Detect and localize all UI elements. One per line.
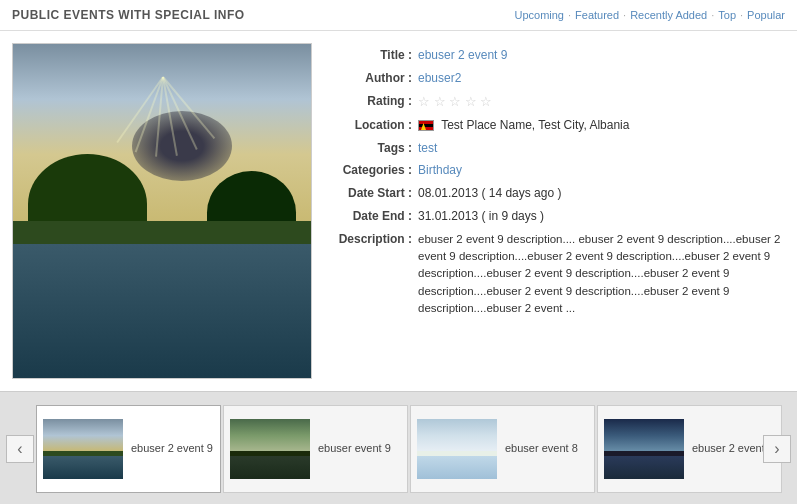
page-header: PUBLIC EVENTS WITH SPECIAL INFO Upcoming…: [0, 0, 797, 31]
date-start-value: 08.01.2013 ( 14 days ago ): [418, 185, 785, 202]
description-label: Description :: [328, 231, 418, 317]
description-row: Description : ebuser 2 event 9 descripti…: [328, 231, 785, 317]
tags-row: Tags : test: [328, 140, 785, 157]
thumb-label-3: ebuser 2 event 8: [692, 441, 774, 456]
event-image: [13, 44, 311, 378]
date-end-value: 31.01.2013 ( in 9 days ): [418, 208, 785, 225]
categories-value: Birthday: [418, 162, 785, 179]
categories-link[interactable]: Birthday: [418, 163, 462, 177]
thumb-label-2: ebuser event 8: [505, 441, 578, 456]
date-end-label: Date End :: [328, 208, 418, 225]
thumb-water-2: [417, 456, 497, 479]
author-row: Author : ebuser2: [328, 70, 785, 87]
thumb-water-1: [230, 456, 310, 479]
title-value: ebuser 2 event 9: [418, 47, 785, 64]
nav-featured[interactable]: Featured: [575, 9, 619, 21]
location-value: Test Place Name, Test City, Albania: [418, 117, 785, 134]
nav-sep-1: ·: [568, 9, 571, 21]
author-link[interactable]: ebuser2: [418, 71, 461, 85]
flag-icon: [418, 120, 434, 131]
nav-upcoming[interactable]: Upcoming: [514, 9, 564, 21]
author-label: Author :: [328, 70, 418, 87]
nav-links: Upcoming · Featured · Recently Added · T…: [514, 9, 785, 21]
thumb-label-1: ebuser event 9: [318, 441, 391, 456]
categories-label: Categories :: [328, 162, 418, 179]
thumb-item-2[interactable]: ebuser event 8: [410, 405, 595, 493]
nav-popular[interactable]: Popular: [747, 9, 785, 21]
thumb-sky-2: [417, 419, 497, 452]
date-start-row: Date Start : 08.01.2013 ( 14 days ago ): [328, 185, 785, 202]
page-title: PUBLIC EVENTS WITH SPECIAL INFO: [12, 8, 245, 22]
nav-top[interactable]: Top: [718, 9, 736, 21]
tags-label: Tags :: [328, 140, 418, 157]
categories-row: Categories : Birthday: [328, 162, 785, 179]
thumb-landscape-2: [417, 419, 497, 479]
location-row: Location : Test Place Name, Test City, A…: [328, 117, 785, 134]
tags-link[interactable]: test: [418, 141, 437, 155]
event-detail-panel: Title : ebuser 2 event 9 Author : ebuser…: [328, 43, 785, 379]
thumb-image-1: [230, 419, 310, 479]
thumb-sky-3: [604, 419, 684, 452]
description-value: ebuser 2 event 9 description.... ebuser …: [418, 231, 785, 317]
location-text: Test Place Name, Test City, Albania: [441, 118, 629, 132]
thumb-item-0[interactable]: ebuser 2 event 9: [36, 405, 221, 493]
thumb-landscape-0: [43, 419, 123, 479]
thumb-label-0: ebuser 2 event 9: [131, 441, 213, 456]
thumb-sky-1: [230, 419, 310, 452]
nav-sep-3: ·: [711, 9, 714, 21]
thumbnail-strip: ‹ ebuser 2 event 9 ebuser event 9: [0, 391, 797, 504]
thumb-sky-0: [43, 419, 123, 452]
tags-value: test: [418, 140, 785, 157]
thumb-item-3[interactable]: ebuser 2 event 8: [597, 405, 782, 493]
thumb-landscape-3: [604, 419, 684, 479]
rating-row: Rating : ☆ ☆ ☆ ☆ ☆: [328, 93, 785, 111]
location-label: Location :: [328, 117, 418, 134]
thumb-item-1[interactable]: ebuser event 9: [223, 405, 408, 493]
thumb-water-0: [43, 456, 123, 479]
nav-sep-4: ·: [740, 9, 743, 21]
author-value: ebuser2: [418, 70, 785, 87]
title-row: Title : ebuser 2 event 9: [328, 47, 785, 64]
rating-stars[interactable]: ☆ ☆ ☆ ☆ ☆: [418, 93, 785, 111]
nav-recently-added[interactable]: Recently Added: [630, 9, 707, 21]
thumb-image-0: [43, 419, 123, 479]
nav-sep-2: ·: [623, 9, 626, 21]
thumb-image-2: [417, 419, 497, 479]
event-image-panel: [12, 43, 312, 379]
main-content: Title : ebuser 2 event 9 Author : ebuser…: [0, 31, 797, 391]
date-start-label: Date Start :: [328, 185, 418, 202]
rating-label: Rating :: [328, 93, 418, 111]
title-label: Title :: [328, 47, 418, 64]
prev-arrow[interactable]: ‹: [6, 435, 34, 463]
title-link[interactable]: ebuser 2 event 9: [418, 48, 507, 62]
thumb-water-3: [604, 456, 684, 479]
water: [13, 244, 311, 378]
thumb-landscape-1: [230, 419, 310, 479]
thumb-image-3: [604, 419, 684, 479]
next-arrow[interactable]: ›: [763, 435, 791, 463]
date-end-row: Date End : 31.01.2013 ( in 9 days ): [328, 208, 785, 225]
